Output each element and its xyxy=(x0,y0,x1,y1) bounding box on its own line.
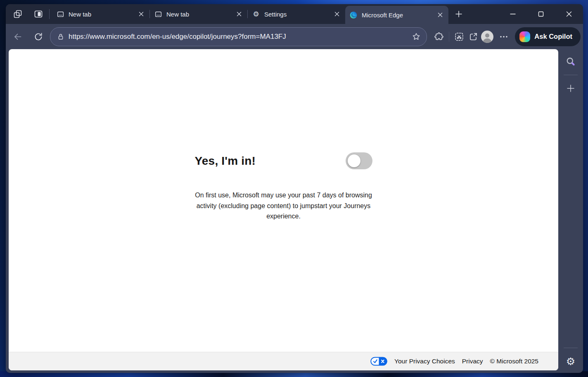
tab-settings[interactable]: ⚙ Settings xyxy=(248,4,345,24)
maximize-button[interactable] xyxy=(532,7,550,21)
tab-microsoft-edge-active[interactable]: Microsoft Edge xyxy=(345,6,448,24)
edge-logo-icon xyxy=(349,11,358,19)
copilot-label: Ask Copilot xyxy=(534,33,572,40)
sidebar-divider xyxy=(564,75,578,75)
tab-close-icon[interactable] xyxy=(332,9,342,19)
ask-copilot-button[interactable]: Ask Copilot xyxy=(515,27,581,46)
copyright-text: © Microsoft 2025 xyxy=(490,358,538,365)
extensions-icon[interactable] xyxy=(432,30,446,44)
new-tab-button[interactable] xyxy=(453,8,465,20)
new-tab-page-icon xyxy=(56,10,64,18)
privacy-choices-link[interactable]: Your Privacy Choices xyxy=(394,358,455,365)
tab-close-icon[interactable] xyxy=(435,10,445,20)
copilot-logo-icon xyxy=(519,31,530,42)
back-button[interactable] xyxy=(11,30,25,44)
profile-avatar[interactable] xyxy=(480,30,494,44)
sidebar-settings-icon[interactable]: ⚙ xyxy=(563,354,578,369)
tab-new-tab-1[interactable]: New tab xyxy=(52,4,149,24)
journeys-toggle[interactable] xyxy=(346,152,372,169)
address-bar[interactable]: https://www.microsoft.com/en-us/edge/cop… xyxy=(50,27,427,46)
settings-and-more-icon[interactable] xyxy=(497,30,511,44)
tabbar-divider xyxy=(49,9,50,19)
page-content: Yes, I'm in! On first use, Microsoft may… xyxy=(9,49,558,370)
sidebar-divider xyxy=(564,348,578,348)
refresh-button[interactable] xyxy=(31,30,45,44)
sidebar-add-icon[interactable] xyxy=(563,81,578,96)
tab-label: New tab xyxy=(166,11,230,18)
toggle-knob xyxy=(348,154,360,167)
tab-label: Microsoft Edge xyxy=(362,12,431,19)
split-window-icon[interactable] xyxy=(32,7,45,21)
close-window-button[interactable] xyxy=(560,7,578,21)
tab-close-icon[interactable] xyxy=(136,9,146,19)
page-footer: Your Privacy Choices Privacy © Microsoft… xyxy=(9,352,558,370)
favorite-star-icon[interactable] xyxy=(410,31,422,43)
tab-close-icon[interactable] xyxy=(234,9,244,19)
window-body: Yes, I'm in! On first use, Microsoft may… xyxy=(6,49,583,373)
tab-label: New tab xyxy=(69,11,132,18)
screenshot-icon[interactable] xyxy=(452,30,466,44)
browser-window: New tab New tab ⚙ Settings xyxy=(6,4,583,373)
tab-actions-icon[interactable] xyxy=(11,7,24,21)
minimize-button[interactable] xyxy=(504,7,522,21)
opt-in-description: On first use, Microsoft may use your pas… xyxy=(193,190,374,222)
tab-new-tab-2[interactable]: New tab xyxy=(150,4,247,24)
privacy-choices-icon[interactable] xyxy=(370,357,387,366)
privacy-link[interactable]: Privacy xyxy=(462,358,483,365)
lock-icon[interactable] xyxy=(56,32,65,41)
settings-gear-icon: ⚙ xyxy=(252,10,260,18)
edge-sidebar: ⚙ xyxy=(558,49,583,370)
opt-in-row: Yes, I'm in! xyxy=(195,152,372,169)
tab-bar: New tab New tab ⚙ Settings xyxy=(6,4,583,24)
toolbar-divider xyxy=(449,32,449,42)
new-tab-page-icon xyxy=(154,10,162,18)
share-icon[interactable] xyxy=(466,30,480,44)
sidebar-search-icon[interactable] xyxy=(563,54,578,69)
url-text[interactable]: https://www.microsoft.com/en-us/edge/cop… xyxy=(69,33,410,41)
tab-label: Settings xyxy=(264,11,328,18)
browser-toolbar: https://www.microsoft.com/en-us/edge/cop… xyxy=(6,24,583,49)
page-title: Yes, I'm in! xyxy=(195,154,256,168)
